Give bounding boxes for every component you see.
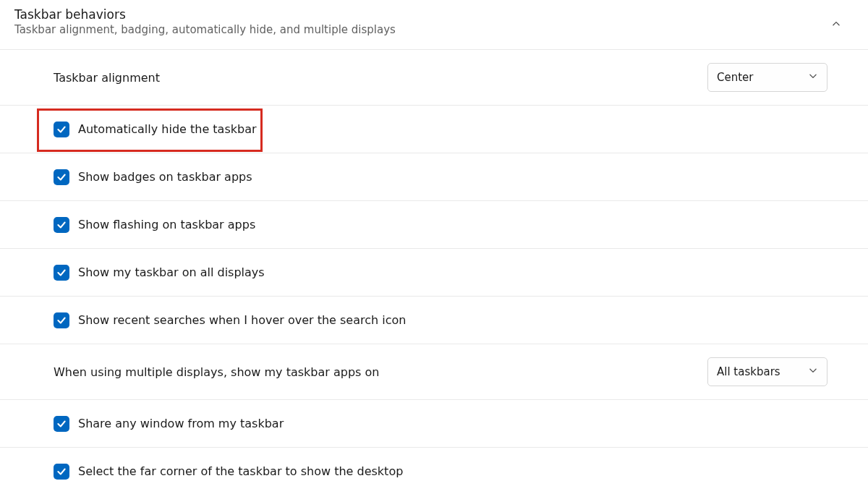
all-displays-checkbox[interactable]: [54, 265, 69, 281]
multi-displays-label: When using multiple displays, show my ta…: [54, 365, 379, 379]
row-taskbar-alignment: Taskbar alignment Center: [0, 49, 868, 105]
taskbar-alignment-label: Taskbar alignment: [54, 71, 160, 85]
row-auto-hide-wrapper: Automatically hide the taskbar: [0, 105, 868, 153]
row-multi-displays: When using multiple displays, show my ta…: [0, 344, 868, 399]
row-all-displays: Show my taskbar on all displays: [0, 248, 868, 296]
taskbar-alignment-dropdown[interactable]: Center: [707, 63, 827, 92]
flashing-checkbox[interactable]: [54, 217, 69, 233]
section-header-text: Taskbar behaviors Taskbar alignment, bad…: [14, 7, 823, 36]
section-subtitle: Taskbar alignment, badging, automaticall…: [14, 23, 823, 36]
flashing-label: Show flashing on taskbar apps: [78, 218, 255, 231]
row-auto-hide: Automatically hide the taskbar: [0, 105, 868, 153]
auto-hide-label: Automatically hide the taskbar: [78, 122, 257, 136]
check-icon: [56, 220, 67, 230]
check-icon: [56, 315, 67, 325]
check-icon: [56, 467, 67, 477]
share-window-label: Share any window from my taskbar: [78, 417, 284, 430]
recent-searches-label: Show recent searches when I hover over t…: [78, 313, 406, 327]
badges-checkbox[interactable]: [54, 169, 69, 185]
row-recent-searches: Show recent searches when I hover over t…: [0, 296, 868, 344]
recent-searches-checkbox[interactable]: [54, 312, 69, 328]
check-icon: [56, 124, 67, 135]
chevron-down-icon: [808, 365, 818, 378]
row-far-corner: Select the far corner of the taskbar to …: [0, 447, 868, 481]
chevron-down-icon: [808, 71, 818, 84]
section-header[interactable]: Taskbar behaviors Taskbar alignment, bad…: [0, 0, 868, 49]
taskbar-alignment-value: Center: [717, 71, 754, 84]
check-icon: [56, 419, 67, 429]
row-flashing: Show flashing on taskbar apps: [0, 200, 868, 248]
check-icon: [56, 268, 67, 278]
row-share-window: Share any window from my taskbar: [0, 399, 868, 447]
multi-displays-value: All taskbars: [717, 365, 780, 378]
share-window-checkbox[interactable]: [54, 416, 69, 432]
auto-hide-checkbox[interactable]: [54, 122, 69, 137]
badges-label: Show badges on taskbar apps: [78, 170, 252, 184]
collapse-button[interactable]: [823, 12, 849, 38]
check-icon: [56, 172, 67, 182]
chevron-up-icon: [831, 18, 841, 32]
far-corner-checkbox[interactable]: [54, 464, 69, 480]
row-badges: Show badges on taskbar apps: [0, 153, 868, 200]
all-displays-label: Show my taskbar on all displays: [78, 265, 265, 279]
far-corner-label: Select the far corner of the taskbar to …: [78, 464, 403, 478]
multi-displays-dropdown[interactable]: All taskbars: [707, 357, 827, 386]
section-title: Taskbar behaviors: [14, 7, 823, 22]
